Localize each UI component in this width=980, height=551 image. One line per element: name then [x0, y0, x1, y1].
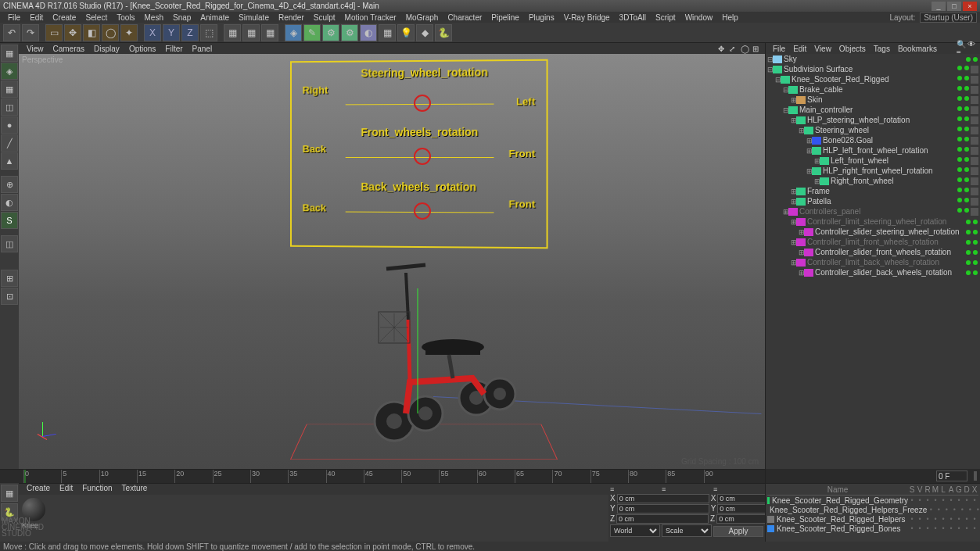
expand-icon[interactable]: ⊟ [767, 66, 773, 73]
timeline-scroll[interactable] [974, 471, 977, 481]
tag-icon[interactable] [971, 106, 978, 114]
tree-row[interactable]: ⊟Knee_Scooter_Red_Rigged [766, 74, 980, 84]
menu-3dtoall[interactable]: 3DToAll [615, 13, 651, 22]
close-button[interactable]: × [963, 2, 977, 11]
mm-menu-create[interactable]: Create [22, 484, 55, 495]
tree-row[interactable]: ⊞Controller_limit_back_wheels_rotation [766, 257, 980, 267]
polygon-mode[interactable]: ▲ [1, 152, 18, 170]
menu-render[interactable]: Render [274, 13, 309, 22]
layer-toggle[interactable]: • [950, 506, 958, 513]
planar-workplane[interactable]: ⊡ [1, 288, 18, 305]
tag-icon[interactable] [971, 86, 978, 94]
menu-motion-tracker[interactable]: Motion Tracker [340, 13, 401, 22]
y-pos-field[interactable] [617, 504, 709, 513]
layer-toggle[interactable]: • [947, 524, 955, 532]
layer-toggle[interactable]: • [908, 515, 916, 523]
move-tool[interactable]: ✥ [64, 24, 81, 41]
layer-row[interactable]: Knee_Scooter_Red_Rigged_Helpers_Freeze••… [767, 505, 978, 514]
vp-zoom-icon[interactable]: ⤢ [724, 45, 734, 53]
tag-icon[interactable] [971, 198, 978, 206]
tree-row[interactable]: ⊞HLP_steering_wheel_rotation [766, 115, 980, 125]
layer-toggle[interactable]: • [939, 496, 947, 504]
ctrl-slider-knob-3[interactable] [414, 202, 431, 220]
tree-row[interactable]: ⊞Patella [766, 196, 980, 206]
layer-toggle[interactable]: • [932, 515, 939, 523]
layer-toggle[interactable]: • [947, 496, 955, 504]
coord-mode-2[interactable]: Scale [662, 524, 712, 537]
expand-icon[interactable]: ⊞ [814, 157, 820, 165]
layer-toggle[interactable]: • [963, 515, 971, 523]
menu-animate[interactable]: Animate [196, 13, 234, 22]
tree-row[interactable]: ⊞Bone028.Goal [766, 135, 980, 145]
script-tool[interactable]: 🐍 [435, 24, 452, 41]
tag-tool[interactable]: ◆ [416, 24, 433, 41]
render-settings[interactable]: ▦ [261, 24, 278, 41]
layer-toggle[interactable]: • [942, 506, 950, 513]
expand-icon[interactable]: ⊞ [814, 177, 820, 185]
expand-icon[interactable]: ⊞ [791, 198, 796, 206]
tag-icon[interactable] [971, 167, 978, 175]
om-menu-tags[interactable]: Tags [870, 45, 894, 53]
environment-tool[interactable]: ◐ [360, 24, 377, 41]
expand-icon[interactable]: ⊞ [799, 249, 804, 256]
scooter-model[interactable] [347, 257, 519, 453]
vp-menu-display[interactable]: Display [89, 45, 124, 53]
vp-nav-icon[interactable]: ✥ [713, 45, 723, 53]
tree-row[interactable]: ⊞Controller_slider_back_wheels_rotation [766, 267, 980, 277]
locked-workplane[interactable]: ⊞ [1, 270, 18, 287]
expand-icon[interactable]: ⊟ [783, 106, 788, 114]
apply-button[interactable]: Apply [713, 526, 763, 537]
tag-icon[interactable] [971, 157, 978, 165]
expand-icon[interactable]: ⊞ [791, 218, 796, 226]
rotate-tool[interactable]: ◯ [102, 24, 119, 41]
viewport-solo[interactable]: ◐ [1, 194, 18, 211]
tag-icon[interactable] [971, 66, 978, 73]
menu-character[interactable]: Character [443, 13, 486, 22]
menu-mesh[interactable]: Mesh [140, 13, 168, 22]
layer-toggle[interactable]: • [916, 496, 924, 504]
render-region[interactable]: ▦ [242, 24, 260, 41]
tree-row[interactable]: ⊞Controllers_panel [766, 206, 980, 216]
object-tree[interactable]: ⊟Sky⊟Subdivision Surface⊟Knee_Scooter_Re… [766, 54, 980, 469]
layer-toggle[interactable]: • [955, 515, 963, 523]
layer-toggle[interactable]: • [971, 524, 978, 532]
vp-menu-panel[interactable]: Panel [188, 45, 217, 53]
x-axis-lock[interactable]: X [144, 24, 161, 41]
tree-row[interactable]: ⊞Frame [766, 186, 980, 196]
coord-mode-1[interactable]: World [610, 524, 660, 537]
menu-help[interactable]: Help [717, 13, 743, 22]
mm-menu-edit[interactable]: Edit [55, 484, 77, 495]
scale-tool[interactable]: ◧ [83, 24, 100, 41]
tree-row[interactable]: ⊟Brake_cable [766, 84, 980, 95]
snap-toggle[interactable]: S [1, 212, 18, 229]
tag-icon[interactable] [971, 96, 978, 104]
layer-toggle[interactable]: • [939, 515, 947, 523]
mm-menu-function[interactable]: Function [77, 484, 117, 495]
tag-icon[interactable] [971, 177, 978, 185]
expand-icon[interactable]: ⊟ [775, 76, 781, 84]
layer-toggle[interactable]: • [947, 515, 955, 523]
layer-toggle[interactable]: • [963, 524, 971, 532]
ctrl-slider-knob-2[interactable] [414, 148, 431, 165]
controllers-panel-overlay[interactable]: Steering_wheel_rotation Right Left Front… [290, 59, 548, 249]
menu-snap[interactable]: Snap [168, 13, 196, 22]
x-pos-field[interactable] [617, 494, 709, 503]
workplane-tool[interactable]: ◫ [1, 235, 18, 252]
layer-swatch[interactable] [767, 516, 774, 523]
menu-file[interactable]: File [3, 13, 25, 22]
tag-icon[interactable] [971, 208, 978, 216]
menu-mograph[interactable]: MoGraph [401, 13, 443, 22]
layer-toggle[interactable]: • [932, 524, 939, 532]
layer-swatch[interactable] [767, 497, 770, 504]
vp-orbit-icon[interactable]: ◯ [736, 45, 745, 53]
layer-toggle[interactable]: • [924, 515, 932, 523]
expand-icon[interactable]: ⊞ [791, 96, 796, 104]
expand-icon[interactable]: ⊞ [791, 116, 796, 124]
menu-create[interactable]: Create [48, 13, 81, 22]
expand-icon[interactable]: ⊞ [783, 208, 788, 216]
layer-toggle[interactable]: • [955, 524, 963, 532]
layer-toggle[interactable]: • [908, 524, 916, 532]
tree-row[interactable]: ⊞Controller_slider_front_wheels_rotation [766, 247, 980, 257]
layer-row[interactable]: Knee_Scooter_Red_Rigged_Bones••••••••• [767, 524, 978, 533]
tree-row[interactable]: ⊟Subdivision Surface [766, 64, 980, 74]
